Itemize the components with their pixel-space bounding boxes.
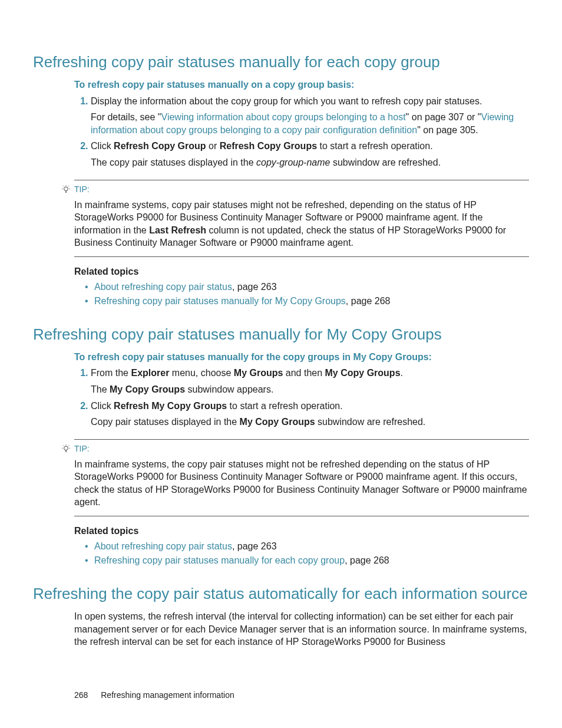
lightbulb-icon bbox=[61, 444, 71, 453]
text: . bbox=[401, 368, 403, 378]
text: Click bbox=[91, 401, 114, 411]
text: , page 268 bbox=[345, 555, 389, 565]
link-about-refreshing[interactable]: About refreshing copy pair status bbox=[94, 282, 232, 292]
text: menu, choose bbox=[169, 368, 233, 378]
svg-line-12 bbox=[63, 446, 64, 446]
bold-label: Refresh Copy Group bbox=[114, 141, 206, 151]
bold-label: My Groups bbox=[234, 368, 283, 378]
text: Copy pair statuses displayed in the bbox=[91, 417, 240, 427]
intro-text: To refresh copy pair statuses manually o… bbox=[74, 78, 529, 91]
text: to start a refresh operation. bbox=[317, 141, 433, 151]
tip-label: TIP: bbox=[74, 443, 90, 454]
bold-label: My Copy Groups bbox=[110, 384, 185, 394]
text: subwindow are refreshed. bbox=[315, 417, 426, 427]
list-item: Refreshing copy pair statuses manually f… bbox=[85, 295, 529, 308]
page-footer: 268 Refreshing management information bbox=[33, 690, 529, 701]
text: The bbox=[91, 384, 110, 394]
section-heading: Refreshing copy pair statuses manually f… bbox=[33, 52, 529, 73]
text: " on page 305. bbox=[417, 125, 478, 135]
bold-label: My Copy Groups bbox=[325, 368, 401, 378]
italic-term: copy-group-name bbox=[256, 157, 330, 167]
section-heading: Refreshing the copy pair status automati… bbox=[33, 584, 529, 604]
bold-label: Refresh My Copy Groups bbox=[114, 401, 227, 411]
link-refreshing-each-copy-group[interactable]: Refreshing copy pair statuses manually f… bbox=[94, 555, 345, 565]
text: From the bbox=[91, 368, 131, 378]
steps-list: From the Explorer menu, choose My Groups… bbox=[74, 367, 529, 428]
link-viewing-host[interactable]: Viewing information about copy groups be… bbox=[161, 112, 406, 122]
svg-point-0 bbox=[64, 187, 68, 191]
step-item: Click Refresh Copy Group or Refresh Copy… bbox=[91, 140, 529, 169]
tip-box: TIP: In mainframe systems, the copy pair… bbox=[74, 439, 529, 516]
text: , page 263 bbox=[232, 541, 277, 551]
text: subwindow appears. bbox=[185, 384, 273, 394]
text: The copy pair statuses displayed in the bbox=[91, 157, 256, 167]
page-number: 268 bbox=[74, 690, 88, 700]
svg-line-5 bbox=[68, 186, 69, 186]
svg-point-8 bbox=[64, 446, 68, 450]
text: , page 268 bbox=[346, 296, 391, 306]
link-about-refreshing[interactable]: About refreshing copy pair status bbox=[94, 541, 232, 551]
bold-label: Last Refresh bbox=[149, 225, 206, 235]
steps-list: Display the information about the copy g… bbox=[74, 95, 529, 169]
list-item: About refreshing copy pair status, page … bbox=[85, 281, 529, 294]
lightbulb-icon bbox=[61, 185, 71, 194]
svg-line-4 bbox=[63, 186, 64, 186]
text: and then bbox=[283, 368, 325, 378]
text: to start a refresh operation. bbox=[227, 401, 343, 411]
step-item: Click Refresh My Copy Groups to start a … bbox=[91, 400, 529, 429]
step-item: From the Explorer menu, choose My Groups… bbox=[91, 367, 529, 396]
section-heading: Refreshing copy pair statuses manually f… bbox=[33, 324, 529, 345]
text: , page 263 bbox=[232, 282, 277, 292]
footer-title: Refreshing management information bbox=[101, 690, 234, 700]
intro-text: To refresh copy pair statuses manually f… bbox=[74, 351, 529, 364]
body-paragraph: In open systems, the refresh interval (t… bbox=[74, 610, 529, 648]
text: subwindow are refreshed. bbox=[330, 157, 441, 167]
text: For details, see " bbox=[91, 112, 161, 122]
step-detail: For details, see "Viewing information ab… bbox=[91, 111, 529, 136]
tip-body: In mainframe systems, the copy pair stat… bbox=[74, 458, 529, 509]
related-topics-heading: Related topics bbox=[74, 265, 529, 278]
related-list: About refreshing copy pair status, page … bbox=[85, 281, 529, 308]
link-refreshing-my-copy-groups[interactable]: Refreshing copy pair statuses manually f… bbox=[94, 296, 346, 306]
step-detail: Copy pair statuses displayed in the My C… bbox=[91, 416, 529, 429]
svg-line-13 bbox=[68, 446, 69, 446]
bold-label: Refresh Copy Groups bbox=[220, 141, 317, 151]
step-detail: The copy pair statuses displayed in the … bbox=[91, 156, 529, 169]
text: " on page 307 or " bbox=[406, 112, 481, 122]
text: or bbox=[206, 141, 220, 151]
list-item: About refreshing copy pair status, page … bbox=[85, 540, 529, 553]
related-topics-heading: Related topics bbox=[74, 525, 529, 538]
bold-label: Explorer bbox=[131, 368, 169, 378]
tip-body: In mainframe systems, copy pair statuses… bbox=[74, 199, 529, 249]
list-item: Refreshing copy pair statuses manually f… bbox=[85, 554, 529, 567]
tip-label: TIP: bbox=[74, 184, 90, 195]
step-item: Display the information about the copy g… bbox=[91, 95, 529, 137]
bold-label: My Copy Groups bbox=[240, 417, 315, 427]
related-list: About refreshing copy pair status, page … bbox=[85, 540, 529, 567]
text: Click bbox=[91, 141, 114, 151]
tip-box: TIP: In mainframe systems, copy pair sta… bbox=[74, 180, 529, 257]
step-text: Display the information about the copy g… bbox=[91, 96, 482, 106]
step-detail: The My Copy Groups subwindow appears. bbox=[91, 383, 529, 396]
